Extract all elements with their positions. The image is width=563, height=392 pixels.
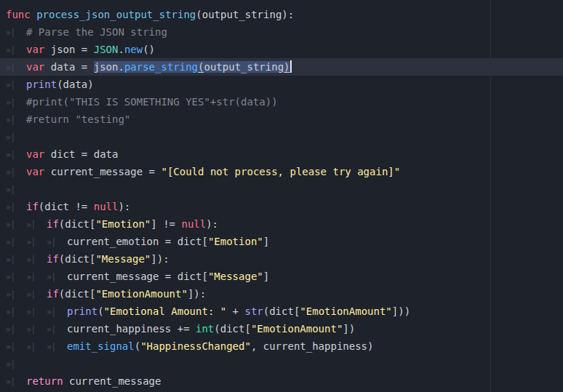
code-token: current_message = bbox=[44, 166, 161, 177]
tab-indent-marker: »| bbox=[6, 286, 26, 303]
tab-indent-marker: »| bbox=[26, 216, 47, 233]
tab-indent-marker: »| bbox=[47, 338, 67, 356]
code-line[interactable]: »| bbox=[0, 180, 563, 198]
code-token: "HappinessChanged" bbox=[140, 340, 251, 352]
tab-indent-marker: »| bbox=[6, 76, 26, 94]
tab-indent-marker: »| bbox=[6, 321, 26, 338]
tab-indent-marker: »| bbox=[6, 129, 26, 146]
code-token: #print("THIS IS SOMETHING YES"+str(data)… bbox=[26, 96, 278, 108]
code-token: #return "testing" bbox=[26, 113, 130, 125]
code-token: "Emotional Amount: " bbox=[104, 305, 227, 317]
code-token: current_message bbox=[63, 375, 161, 387]
code-token: current_message = dict[ bbox=[67, 271, 208, 282]
tab-indent-marker: »| bbox=[26, 303, 47, 321]
code-token: "EmotionAmount" bbox=[95, 288, 187, 300]
code-token: func bbox=[6, 9, 31, 20]
tab-indent-marker: »| bbox=[6, 373, 26, 391]
code-line[interactable]: »|»|»|emit_signal("HappinessChanged", cu… bbox=[0, 337, 563, 355]
code-token: parse_string bbox=[124, 61, 198, 73]
code-token: var bbox=[26, 166, 44, 177]
code-token: ]) bbox=[343, 323, 355, 335]
code-token: return bbox=[26, 375, 63, 387]
code-token: emit_signal bbox=[67, 340, 135, 352]
tab-indent-marker: »| bbox=[6, 199, 26, 216]
code-line[interactable]: »|#return "testing" bbox=[0, 111, 563, 128]
code-token: if bbox=[26, 201, 39, 212]
code-line[interactable]: »|# Parse the JSON string bbox=[0, 23, 563, 41]
tab-indent-marker: »| bbox=[6, 146, 26, 164]
tab-indent-marker: »| bbox=[47, 321, 67, 338]
code-line[interactable]: »|»|if(dict["Emotion"] != null): bbox=[0, 215, 563, 233]
code-line[interactable]: func process_json_output_string(output_s… bbox=[0, 6, 563, 23]
tab-indent-marker: »| bbox=[26, 251, 47, 268]
code-token: ( bbox=[97, 305, 103, 317]
code-line[interactable]: »|»|if(dict["Message"]): bbox=[0, 250, 563, 268]
code-token: process_json_output_string bbox=[36, 9, 196, 20]
tab-indent-marker: »| bbox=[6, 356, 26, 373]
code-token: ): bbox=[118, 201, 130, 212]
code-line[interactable]: »|»|if(dict["EmotionAmount"]): bbox=[0, 285, 563, 303]
code-line[interactable]: »|#print("THIS IS SOMETHING YES"+str(dat… bbox=[0, 93, 563, 111]
code-token: var bbox=[26, 61, 44, 73]
code-line[interactable]: »|»|»|current_message = dict["Message"] bbox=[0, 268, 563, 285]
code-line[interactable]: »|var json = JSON.new() bbox=[0, 41, 563, 58]
tab-indent-marker: »| bbox=[6, 164, 26, 181]
code-line[interactable]: »|var dict = data bbox=[0, 145, 563, 163]
code-token: ])) bbox=[392, 305, 410, 317]
code-line[interactable]: »| bbox=[0, 128, 563, 145]
code-token: (dict[ bbox=[59, 288, 96, 300]
code-token: "EmotionAmount" bbox=[251, 323, 343, 335]
code-token: (dict[ bbox=[59, 218, 96, 230]
code-token: "Message" bbox=[95, 253, 151, 265]
code-token: int bbox=[196, 323, 214, 335]
code-token bbox=[31, 9, 36, 20]
code-line[interactable]: »| bbox=[0, 355, 563, 372]
tab-indent-marker: »| bbox=[47, 303, 67, 321]
code-line[interactable]: »|»|»|current_happiness += int(dict["Emo… bbox=[0, 320, 563, 337]
code-line-current[interactable]: »|var data = json.parse_string(output_st… bbox=[0, 58, 563, 76]
code-line[interactable]: »|if(dict != null): bbox=[0, 198, 563, 215]
code-token: ( bbox=[135, 340, 140, 352]
code-line[interactable]: »|»|»|print("Emotional Amount: " + str(d… bbox=[0, 303, 563, 320]
code-token: (output_string): bbox=[196, 9, 294, 20]
code-token: if bbox=[47, 288, 59, 300]
code-token: "Emotion" bbox=[95, 218, 151, 230]
code-line[interactable]: »|var current_message = "[Could not proc… bbox=[0, 163, 563, 180]
code-token: if bbox=[47, 253, 59, 265]
code-token: "Emotion" bbox=[208, 236, 263, 247]
code-token: var bbox=[26, 44, 44, 55]
code-token: ): bbox=[206, 218, 218, 230]
tab-indent-marker: »| bbox=[47, 268, 67, 286]
tab-indent-marker: »| bbox=[26, 321, 47, 338]
code-token: print bbox=[67, 305, 97, 317]
code-token: str bbox=[244, 305, 263, 317]
code-token: , current_happiness) bbox=[251, 340, 374, 352]
code-token: new bbox=[124, 44, 143, 55]
tab-indent-marker: »| bbox=[6, 94, 26, 111]
code-token: json = bbox=[44, 44, 93, 55]
code-token: (dict[ bbox=[214, 323, 251, 335]
tab-indent-marker: »| bbox=[6, 216, 26, 233]
code-token: (data) bbox=[57, 79, 94, 90]
code-line[interactable]: »|»|»|current_emotion = dict["Emotion"] bbox=[0, 233, 563, 250]
code-token: dict = data bbox=[44, 148, 118, 160]
code-line[interactable]: »|print(data) bbox=[0, 76, 563, 93]
code-token: (dict[ bbox=[263, 305, 300, 317]
code-editor[interactable]: func process_json_output_string(output_s… bbox=[0, 0, 563, 392]
code-token: ] != bbox=[151, 218, 181, 230]
code-area[interactable]: func process_json_output_string(output_s… bbox=[0, 0, 563, 392]
code-token: null bbox=[94, 201, 119, 212]
code-token: ]): bbox=[188, 288, 206, 300]
code-line[interactable]: »|return current_message bbox=[0, 372, 563, 390]
code-token: output_string bbox=[204, 61, 284, 73]
code-token: "[Could not process, please try again]" bbox=[161, 166, 400, 177]
code-token: ] bbox=[263, 271, 269, 282]
text-caret bbox=[290, 60, 292, 73]
code-token: current_happiness += bbox=[67, 323, 196, 335]
code-token: ) bbox=[284, 61, 290, 73]
tab-indent-marker: »| bbox=[6, 59, 26, 76]
tab-indent-marker: »| bbox=[26, 268, 47, 286]
code-token: print bbox=[26, 79, 57, 90]
code-token: JSON bbox=[94, 44, 119, 55]
tab-indent-marker: »| bbox=[6, 181, 26, 199]
